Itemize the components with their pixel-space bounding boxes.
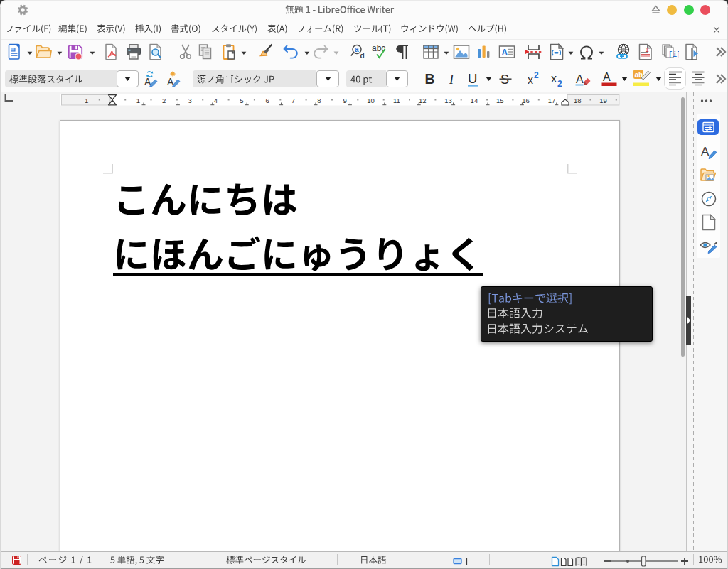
svg-text:11: 11 (393, 97, 400, 104)
svg-text:5: 5 (240, 97, 243, 104)
svg-text:8: 8 (317, 97, 321, 104)
svg-text:2: 2 (534, 70, 539, 80)
svg-text:a: a (355, 45, 359, 53)
svg-text:1: 1 (85, 97, 88, 104)
svg-text:B: B (425, 71, 435, 87)
svg-text:14: 14 (471, 97, 478, 104)
svg-text:2: 2 (557, 79, 562, 88)
svg-text:19: 19 (599, 97, 607, 104)
svg-text:4: 4 (214, 97, 218, 104)
svg-text:A: A (576, 73, 584, 85)
svg-text:A: A (502, 48, 508, 58)
svg-text:I: I (449, 72, 454, 87)
svg-text:[i]: [i] (668, 51, 679, 59)
svg-text:1: 1 (136, 97, 140, 104)
svg-text:12: 12 (419, 97, 427, 104)
svg-text:9: 9 (343, 97, 347, 104)
svg-text:6: 6 (265, 97, 269, 104)
svg-text:A: A (603, 71, 611, 83)
svg-text:18: 18 (574, 97, 582, 104)
svg-text:1: 1 (646, 45, 649, 53)
svg-text:16: 16 (522, 97, 530, 104)
svg-text:3: 3 (188, 97, 191, 104)
svg-text:15: 15 (496, 97, 504, 104)
svg-text:2: 2 (162, 97, 166, 104)
svg-text:A: A (701, 145, 710, 158)
svg-text:U: U (468, 71, 477, 86)
svg-text:10: 10 (367, 97, 375, 104)
svg-text:x: x (528, 74, 533, 86)
svg-text:x: x (551, 72, 557, 85)
svg-text:13: 13 (444, 97, 452, 104)
svg-text:d: d (360, 52, 365, 60)
svg-text:7: 7 (291, 97, 295, 104)
svg-text:17: 17 (548, 97, 556, 104)
